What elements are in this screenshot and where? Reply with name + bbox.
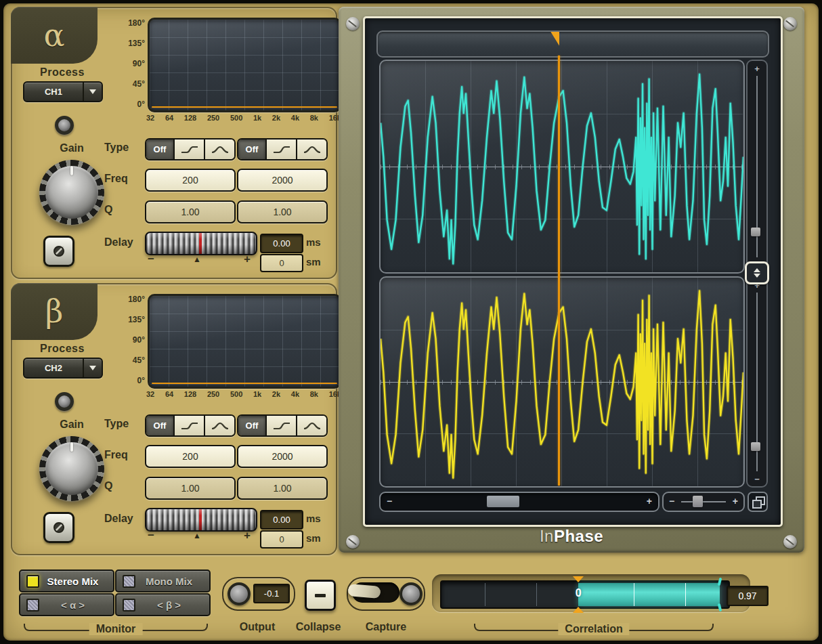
- phase-graph-x-axis: 32641282505001k2k4k8k16k: [145, 114, 343, 122]
- filter2-bell-button[interactable]: [296, 139, 326, 159]
- slider-thumb[interactable]: [751, 228, 760, 236]
- delay-pointer-icon: ▲: [193, 531, 201, 540]
- delay-samples-field[interactable]: 0: [260, 254, 303, 272]
- filter2-bell-button[interactable]: [296, 416, 326, 435]
- snapshot-button[interactable]: [748, 492, 768, 512]
- shelf-filter-icon: [272, 421, 291, 431]
- output-knob[interactable]: [228, 582, 251, 605]
- scrollbar-thumb[interactable]: [487, 496, 519, 507]
- filter2-shelf-button[interactable]: [265, 139, 296, 159]
- slider-thumb[interactable]: [693, 496, 703, 507]
- zoom-slider-top[interactable]: + −: [746, 60, 768, 274]
- screw-icon: [346, 17, 360, 30]
- correlation-group-label: Correlation: [558, 623, 629, 635]
- correlation-value: 0.97: [727, 586, 769, 606]
- correlation-meter-frame: 0: [432, 574, 750, 612]
- delay-wheel[interactable]: [145, 232, 257, 255]
- correlation-end-marker: [718, 578, 722, 586]
- led-icon: [123, 575, 135, 588]
- phase-graph-y-axis: 180°135°90°45°0°: [111, 295, 145, 385]
- phase-invert-icon: [51, 244, 66, 259]
- delay-samples-field[interactable]: 0: [260, 530, 303, 549]
- zoom-slider-bottom[interactable]: + −: [746, 276, 768, 488]
- phase-curve-flat: [152, 106, 337, 108]
- gain-led[interactable]: [55, 392, 74, 411]
- waveform-h-scrollbar[interactable]: − +: [379, 492, 659, 512]
- monitor-group-bracket: Monitor: [24, 624, 208, 631]
- bell-filter-icon: [211, 144, 230, 155]
- gain-led[interactable]: [55, 116, 74, 135]
- scroll-plus[interactable]: +: [647, 496, 652, 507]
- gain-knob[interactable]: [39, 436, 104, 501]
- scroll-minus[interactable]: −: [387, 496, 392, 507]
- delay-minus-label: −: [148, 253, 154, 266]
- minus-label[interactable]: −: [748, 474, 766, 484]
- correlation-tick: [485, 583, 485, 606]
- filter2-shelf-button[interactable]: [265, 416, 296, 435]
- phase-invert-button[interactable]: [43, 236, 74, 267]
- screw-icon: [783, 17, 797, 30]
- filter2-off-button[interactable]: Off: [238, 416, 265, 435]
- inphase-plugin-window: α Process CH1 Gain 180°135°90°45°0° 3264…: [0, 0, 822, 644]
- filter2-type-selector[interactable]: Off: [237, 138, 328, 160]
- monitor-stereo-mix-button[interactable]: Stereo Mix: [19, 570, 114, 593]
- filter1-q-field[interactable]: 1.00: [145, 200, 236, 223]
- filter1-bell-button[interactable]: [204, 416, 234, 435]
- output-value[interactable]: -0.1: [253, 584, 290, 603]
- delay-label: Delay: [104, 513, 133, 525]
- timeline-ruler[interactable]: [376, 30, 769, 58]
- delay-ms-field[interactable]: 0.00: [260, 510, 303, 530]
- led-icon: [26, 575, 39, 588]
- correlation-group-bracket: Correlation: [474, 624, 714, 631]
- delay-ms-field[interactable]: 0.00: [260, 234, 303, 253]
- gain-knob[interactable]: [39, 160, 104, 225]
- filter2-freq-field[interactable]: 2000: [237, 445, 328, 468]
- plus-label[interactable]: +: [748, 64, 766, 74]
- correlation-tick: [685, 583, 686, 606]
- monitor-alpha-button[interactable]: < α >: [19, 593, 114, 616]
- delay-wheel[interactable]: [145, 508, 257, 532]
- correlation-fill: [578, 583, 720, 606]
- waveform-panel-top[interactable]: [379, 60, 745, 274]
- filter2-q-field[interactable]: 1.00: [237, 200, 328, 223]
- filter2-freq-field[interactable]: 2000: [237, 169, 328, 192]
- filter1-off-button[interactable]: Off: [146, 139, 173, 159]
- arrow-up-icon: [754, 268, 760, 272]
- waveform-display-plate: + − + − − + − + InPh: [339, 7, 804, 553]
- filter1-bell-button[interactable]: [204, 139, 234, 159]
- filter2-q-field[interactable]: 1.00: [237, 477, 328, 500]
- filter1-freq-field[interactable]: 200: [145, 445, 236, 468]
- filter1-q-field[interactable]: 1.00: [145, 477, 236, 500]
- capture-knob[interactable]: [399, 582, 423, 605]
- filter2-type-selector[interactable]: Off: [237, 414, 328, 437]
- slider-thumb[interactable]: [751, 442, 760, 451]
- chevron-down-icon[interactable]: [84, 83, 102, 101]
- minus-label[interactable]: −: [669, 496, 674, 507]
- monitor-mono-mix-button[interactable]: Mono Mix: [115, 570, 211, 593]
- phase-invert-button[interactable]: [43, 512, 74, 543]
- zoom-h-slider[interactable]: − +: [662, 492, 745, 512]
- playback-cursor[interactable]: [558, 56, 560, 486]
- bell-filter-icon: [211, 421, 230, 431]
- delay-plus-label: +: [244, 529, 251, 542]
- phase-graph-x-axis: 32641282505001k2k4k8k16k: [145, 390, 343, 398]
- plus-label[interactable]: +: [733, 496, 738, 507]
- filter1-freq-field[interactable]: 200: [145, 169, 236, 192]
- waveform-panel-bottom[interactable]: [379, 276, 745, 488]
- process-channel-select[interactable]: CH1: [23, 81, 103, 102]
- filter1-off-button[interactable]: Off: [146, 416, 173, 435]
- filter2-off-button[interactable]: Off: [238, 139, 265, 159]
- process-channel-select[interactable]: CH2: [23, 358, 103, 379]
- led-icon: [26, 599, 39, 611]
- chevron-down-icon[interactable]: [84, 359, 102, 377]
- ms-unit-label: ms: [306, 236, 321, 248]
- collapse-button[interactable]: [305, 580, 336, 611]
- monitor-group-label: Monitor: [89, 623, 143, 635]
- alpha-symbol: α: [43, 17, 64, 53]
- filter1-type-selector[interactable]: Off: [145, 414, 236, 437]
- panel-link-toggle-button[interactable]: [745, 261, 769, 284]
- monitor-beta-button[interactable]: < β >: [115, 593, 211, 616]
- filter1-type-selector[interactable]: Off: [145, 138, 236, 160]
- filter1-shelf-button[interactable]: [173, 139, 204, 159]
- filter1-shelf-button[interactable]: [173, 416, 204, 435]
